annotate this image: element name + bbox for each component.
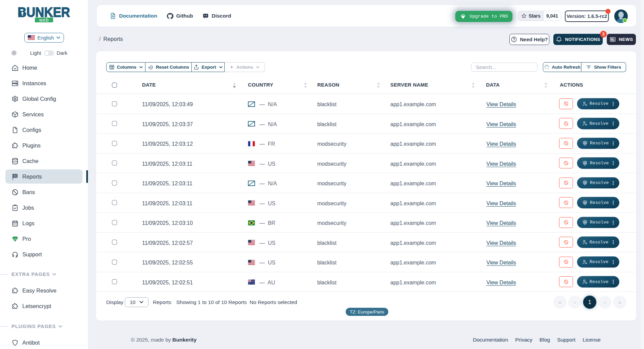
svg-text:web: web — [39, 17, 49, 23]
